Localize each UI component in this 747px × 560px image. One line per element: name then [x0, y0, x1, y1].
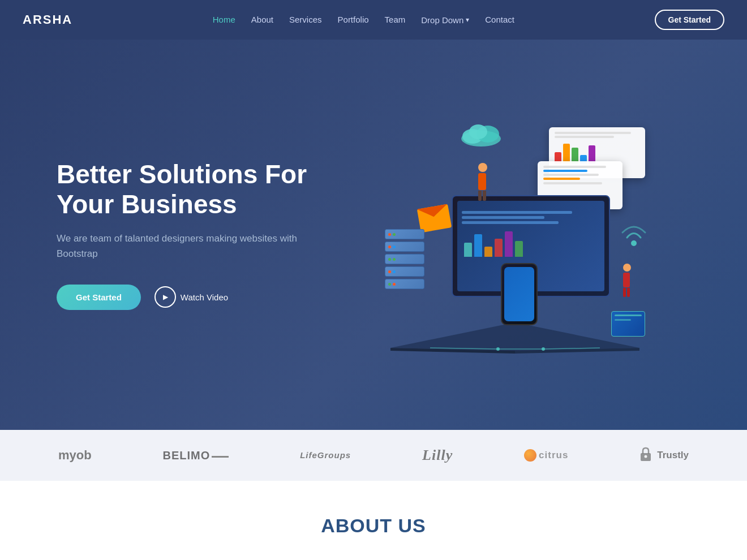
server-unit: [385, 266, 424, 277]
hero-actions: Get Started Watch Video: [57, 285, 340, 310]
server-dot-green: [393, 258, 396, 261]
nav-item-home[interactable]: Home: [213, 15, 235, 24]
citrus-circle-icon: [524, 449, 536, 462]
server-dot-green: [393, 233, 396, 236]
screen-bar: [462, 221, 559, 224]
svg-point-3: [469, 124, 487, 139]
screen-bar: [462, 211, 572, 214]
server-stack: [385, 229, 424, 291]
person-figure-1: [478, 163, 487, 201]
cloud-icon: [458, 122, 504, 147]
server-unit: [385, 229, 424, 239]
svg-point-4: [631, 240, 637, 246]
hero-section: Better Solutions For Your Business We ar…: [0, 0, 747, 430]
nav-item-about[interactable]: About: [251, 15, 273, 24]
hero-text: Better Solutions For Your Business We ar…: [57, 160, 340, 309]
tech-box: [611, 311, 645, 337]
nav-item-contact[interactable]: Contact: [485, 15, 514, 24]
trustly-lock-icon: [639, 447, 652, 464]
belimo-bar: [212, 456, 229, 458]
signal-icon: [617, 218, 651, 252]
server-unit: [385, 242, 424, 252]
client-logo-lilly: Lilly: [422, 447, 453, 464]
server-unit: [385, 279, 424, 289]
client-logo-lifegroups: LifeGroups: [300, 450, 351, 460]
server-dot-blue: [393, 245, 396, 248]
server-dot-green: [388, 258, 391, 261]
lock-icon: [639, 447, 652, 462]
navbar: ARSHA Home About Services Portfolio Team…: [0, 0, 747, 40]
server-dot-green: [388, 283, 391, 286]
client-logo-citrus: citrus: [524, 449, 568, 462]
person-body: [478, 173, 486, 190]
hero-illustration: [340, 116, 690, 354]
nav-item-portfolio[interactable]: Portfolio: [338, 15, 369, 24]
screen-content: [457, 201, 604, 261]
svg-point-11: [496, 347, 500, 351]
nav-links: Home About Services Portfolio Team Drop …: [213, 15, 514, 25]
watch-video-label: Watch Video: [181, 292, 228, 302]
brand-logo[interactable]: ARSHA: [23, 12, 72, 27]
phone-illustration: [501, 263, 538, 325]
hero-subtitle: We are team of talanted designers making…: [57, 231, 340, 261]
isometric-scene: [374, 116, 656, 354]
mini-chart: [555, 141, 639, 163]
person-head: [478, 163, 487, 172]
envelope-icon: [417, 204, 452, 233]
hero-cta-button[interactable]: Get Started: [57, 285, 141, 310]
nav-item-services[interactable]: Services: [289, 15, 322, 24]
screen-bars: [462, 211, 600, 224]
clients-strip: myob BELIMO LifeGroups Lilly citrus Trus…: [0, 430, 747, 481]
play-icon: [154, 286, 176, 308]
server-dot-red: [388, 270, 391, 273]
nav-item-dropdown[interactable]: Drop Down: [421, 15, 469, 25]
svg-point-12: [542, 347, 545, 351]
phone-screen: [504, 267, 534, 321]
about-section: ABOUT US: [0, 481, 747, 554]
person-head: [623, 264, 631, 272]
nav-cta-button[interactable]: Get Started: [655, 10, 724, 30]
person-body: [623, 273, 630, 287]
client-logo-belimo: BELIMO: [163, 449, 229, 462]
server-dot-red: [388, 245, 391, 248]
screen-bar: [462, 216, 544, 219]
server-dot-red: [388, 233, 391, 236]
watch-video-button[interactable]: Watch Video: [154, 286, 228, 308]
nav-item-team[interactable]: Team: [385, 15, 406, 24]
hero-content: Better Solutions For Your Business We ar…: [34, 82, 713, 387]
hero-title: Better Solutions For Your Business: [57, 160, 340, 219]
server-dot-blue: [393, 270, 396, 273]
client-logo-myob: myob: [58, 448, 92, 463]
server-dot-red: [393, 283, 396, 286]
server-unit: [385, 254, 424, 264]
client-logo-trustly: Trustly: [639, 447, 689, 464]
svg-point-14: [645, 455, 647, 458]
person-figure-3: [623, 264, 631, 297]
svg-marker-5: [390, 322, 639, 351]
about-title: ABOUT US: [23, 515, 724, 537]
